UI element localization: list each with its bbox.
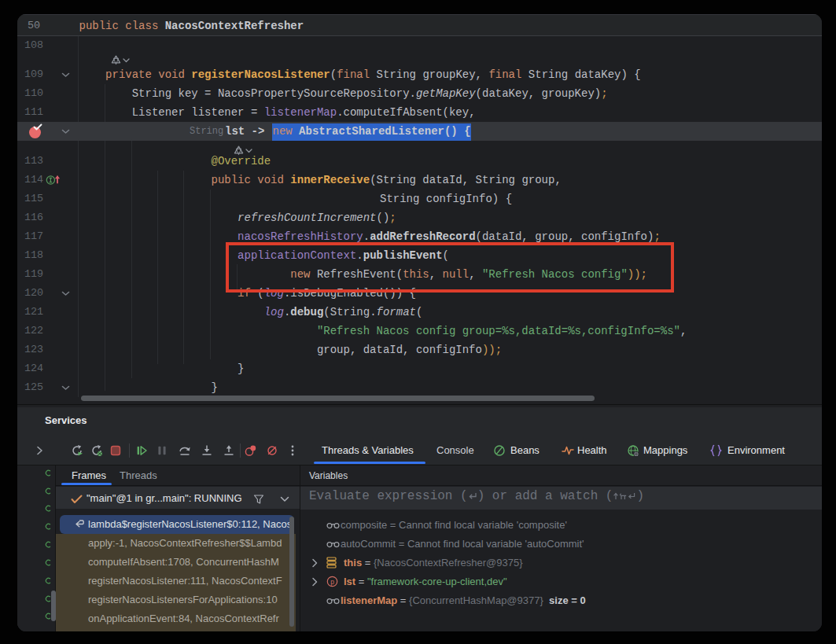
svg-text:p: p <box>330 578 334 586</box>
